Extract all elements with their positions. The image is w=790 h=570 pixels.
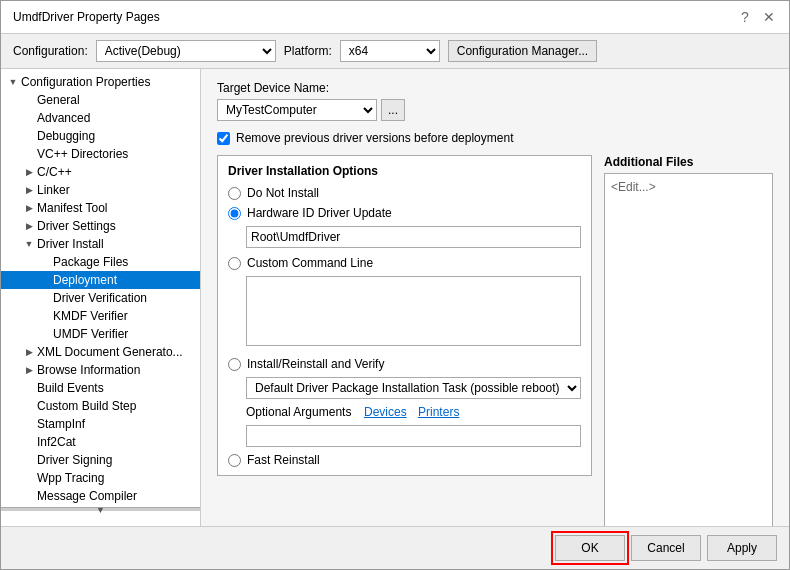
tree-item-wpp-tracing[interactable]: Wpp Tracing — [1, 469, 200, 487]
radio-fast-reinstall-label: Fast Reinstall — [247, 453, 320, 467]
platform-label: Platform: — [284, 44, 332, 58]
tree-item-debugging[interactable]: Debugging — [1, 127, 200, 145]
install-task-select[interactable]: Default Driver Package Installation Task… — [246, 377, 581, 399]
bottom-bar: OK Cancel Apply — [1, 526, 789, 569]
radio-install-reinstall[interactable] — [228, 358, 241, 371]
platform-dropdown[interactable]: x64 — [340, 40, 440, 62]
radio-do-not-install[interactable] — [228, 187, 241, 200]
config-manager-button[interactable]: Configuration Manager... — [448, 40, 597, 62]
radio-hardware-id-label: Hardware ID Driver Update — [247, 206, 392, 220]
tree-item-deployment[interactable]: Deployment — [1, 271, 200, 289]
title-controls: ? ✕ — [737, 9, 777, 25]
tree-item-vc-directories[interactable]: VC++ Directories — [1, 145, 200, 163]
install-section: Install/Reinstall and Verify Default Dri… — [228, 357, 581, 467]
tree-item-driver-settings[interactable]: ▶ Driver Settings — [1, 217, 200, 235]
radio-do-not-install-row: Do Not Install — [228, 186, 581, 200]
target-device-section: Target Device Name: MyTestComputer ... — [217, 81, 773, 121]
tree-item-config-props[interactable]: ▼ Configuration Properties — [1, 73, 200, 91]
apply-button[interactable]: Apply — [707, 535, 777, 561]
target-device-row: MyTestComputer ... — [217, 99, 773, 121]
remove-drivers-checkbox[interactable] — [217, 132, 230, 145]
driver-install-title: Driver Installation Options — [228, 164, 581, 178]
tree-item-stampinf[interactable]: StampInf — [1, 415, 200, 433]
tree-item-build-events[interactable]: Build Events — [1, 379, 200, 397]
radio-custom-cmd-row: Custom Command Line — [228, 256, 581, 270]
remove-drivers-row: Remove previous driver versions before d… — [217, 131, 773, 145]
config-dropdown[interactable]: Active(Debug) — [96, 40, 276, 62]
tree-item-driver-install[interactable]: ▼ Driver Install — [1, 235, 200, 253]
config-label: Configuration: — [13, 44, 88, 58]
ok-button[interactable]: OK — [555, 535, 625, 561]
radio-custom-cmd[interactable] — [228, 257, 241, 270]
tree-item-package-files[interactable]: Package Files — [1, 253, 200, 271]
title-bar: UmdfDriver Property Pages ? ✕ — [1, 1, 789, 34]
optional-args-input-wrapper — [228, 425, 581, 447]
tree-item-advanced[interactable]: Advanced — [1, 109, 200, 127]
tree-item-custom-build[interactable]: Custom Build Step — [1, 397, 200, 415]
tree-item-xml-doc[interactable]: ▶ XML Document Generato... — [1, 343, 200, 361]
radio-install-reinstall-label: Install/Reinstall and Verify — [247, 357, 384, 371]
tree-item-browse-info[interactable]: ▶ Browse Information — [1, 361, 200, 379]
right-column: Additional Files <Edit...> — [604, 155, 773, 513]
tree-scroll-down[interactable]: ▼ — [1, 507, 200, 511]
help-button[interactable]: ? — [737, 9, 753, 25]
expand-icon: ▼ — [5, 77, 21, 87]
content-panel: Target Device Name: MyTestComputer ... R… — [201, 69, 789, 526]
ellipsis-button[interactable]: ... — [381, 99, 405, 121]
tree-item-cpp[interactable]: ▶ C/C++ — [1, 163, 200, 181]
target-device-select[interactable]: MyTestComputer — [217, 99, 377, 121]
tree-panel: ▼ Configuration Properties General Advan… — [1, 69, 201, 526]
install-select-row: Default Driver Package Installation Task… — [228, 377, 581, 399]
radio-install-reinstall-row: Install/Reinstall and Verify — [228, 357, 581, 371]
tree-item-umdf-verifier[interactable]: UMDF Verifier — [1, 325, 200, 343]
tree-item-inf2cat[interactable]: Inf2Cat — [1, 433, 200, 451]
main-window: UmdfDriver Property Pages ? ✕ Configurat… — [0, 0, 790, 570]
remove-drivers-label: Remove previous driver versions before d… — [236, 131, 513, 145]
main-area: ▼ Configuration Properties General Advan… — [1, 69, 789, 526]
tree-item-message-compiler[interactable]: Message Compiler — [1, 487, 200, 505]
radio-custom-cmd-label: Custom Command Line — [247, 256, 373, 270]
tree-item-driver-signing[interactable]: Driver Signing — [1, 451, 200, 469]
two-col-layout: Driver Installation Options Do Not Insta… — [217, 155, 773, 513]
tree-item-manifest-tool[interactable]: ▶ Manifest Tool — [1, 199, 200, 217]
devices-link[interactable]: Devices — [364, 405, 407, 419]
radio-fast-reinstall[interactable] — [228, 454, 241, 467]
radio-hardware-id[interactable] — [228, 207, 241, 220]
additional-files-box[interactable]: <Edit...> — [604, 173, 773, 526]
tree-item-linker[interactable]: ▶ Linker — [1, 181, 200, 199]
fast-reinstall-row: Fast Reinstall — [228, 453, 581, 467]
printers-link[interactable]: Printers — [418, 405, 459, 419]
radio-do-not-install-label: Do Not Install — [247, 186, 319, 200]
target-device-label: Target Device Name: — [217, 81, 773, 95]
config-bar: Configuration: Active(Debug) Platform: x… — [1, 34, 789, 69]
window-title: UmdfDriver Property Pages — [13, 10, 160, 24]
radio-hardware-id-row: Hardware ID Driver Update — [228, 206, 581, 220]
optional-args-row: Optional Arguments Devices Printers — [228, 405, 581, 419]
hardware-id-input[interactable]: Root\UmdfDriver — [246, 226, 581, 248]
custom-cmd-input-wrapper — [228, 276, 581, 349]
hardware-id-input-wrapper: Root\UmdfDriver — [228, 226, 581, 248]
close-button[interactable]: ✕ — [761, 9, 777, 25]
custom-cmd-textarea[interactable] — [246, 276, 581, 346]
driver-install-section: Driver Installation Options Do Not Insta… — [217, 155, 592, 476]
left-column: Driver Installation Options Do Not Insta… — [217, 155, 592, 513]
optional-args-input[interactable] — [246, 425, 581, 447]
optional-args-links: Devices Printers — [364, 405, 463, 419]
tree-item-driver-verification[interactable]: Driver Verification — [1, 289, 200, 307]
cancel-button[interactable]: Cancel — [631, 535, 701, 561]
tree-item-kmdf-verifier[interactable]: KMDF Verifier — [1, 307, 200, 325]
tree-item-general[interactable]: General — [1, 91, 200, 109]
additional-files-placeholder: <Edit...> — [611, 180, 656, 194]
optional-args-label: Optional Arguments — [246, 405, 356, 419]
additional-files-title: Additional Files — [604, 155, 773, 169]
